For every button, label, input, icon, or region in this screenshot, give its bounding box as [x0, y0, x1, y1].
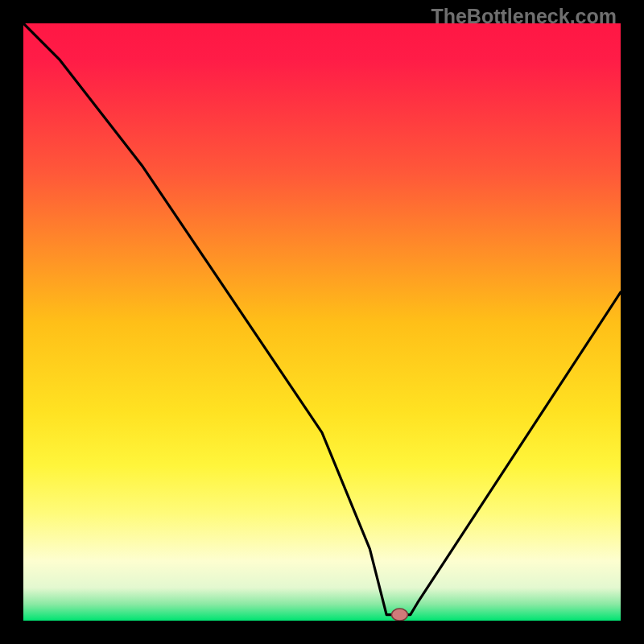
- plot-area: [23, 23, 621, 621]
- minimum-marker: [391, 609, 407, 621]
- chart-svg: [23, 23, 621, 621]
- gradient-background: [23, 23, 621, 621]
- chart-frame: TheBottleneck.com: [0, 0, 644, 644]
- watermark-text: TheBottleneck.com: [431, 5, 617, 28]
